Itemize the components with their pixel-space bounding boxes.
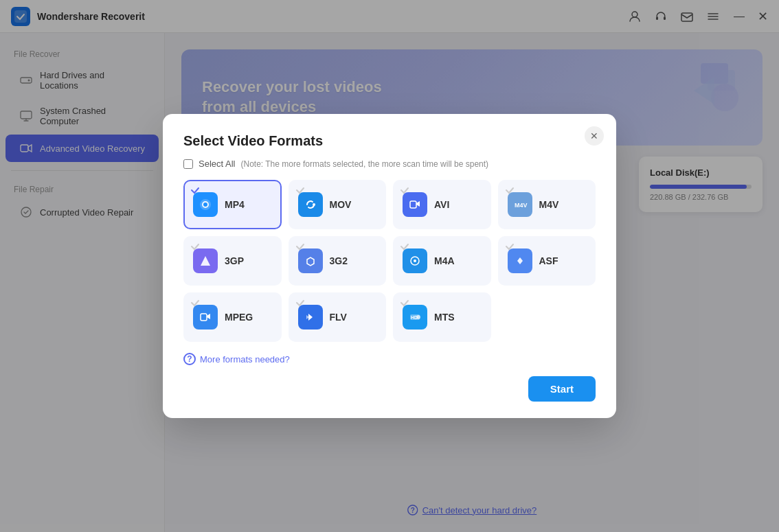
modal-title: Select Video Formats bbox=[183, 133, 596, 149]
flv-icon bbox=[298, 305, 323, 329]
svg-point-29 bbox=[416, 315, 420, 319]
mpeg-check-icon bbox=[190, 298, 200, 308]
select-all-checkbox[interactable] bbox=[183, 159, 193, 169]
3g2-check-icon bbox=[295, 242, 305, 251]
format-card-asf[interactable]: ASF bbox=[498, 236, 596, 286]
format-label-m4v: M4V bbox=[539, 199, 559, 210]
format-label-mov: MOV bbox=[330, 199, 352, 210]
format-label-flv: FLV bbox=[330, 312, 347, 323]
m4a-icon bbox=[403, 248, 427, 273]
format-card-m4a[interactable]: M4A bbox=[393, 236, 491, 286]
select-all-note: (Note: The more formats selected, the mo… bbox=[240, 159, 488, 169]
format-label-mp4: MP4 bbox=[225, 199, 245, 210]
select-all-row: Select All (Note: The more formats selec… bbox=[183, 159, 596, 169]
mov-icon bbox=[298, 192, 323, 217]
mpeg-icon bbox=[193, 305, 218, 329]
format-card-empty bbox=[498, 292, 596, 342]
format-card-mts[interactable]: HD MTS bbox=[393, 292, 491, 342]
mts-icon: HD bbox=[403, 305, 427, 329]
more-formats-link[interactable]: ? More formats needed? bbox=[183, 353, 596, 365]
modal-overlay: Select Video Formats ✕ Select All (Note:… bbox=[0, 0, 779, 532]
format-label-m4a: M4A bbox=[434, 255, 455, 266]
modal-close-button[interactable]: ✕ bbox=[585, 126, 604, 146]
mp4-icon bbox=[193, 192, 218, 217]
svg-rect-26 bbox=[201, 314, 207, 321]
format-card-avi[interactable]: AVI bbox=[393, 180, 491, 229]
format-card-mp4[interactable]: MP4 bbox=[183, 180, 282, 229]
m4v-check-icon bbox=[505, 185, 515, 195]
m4a-check-icon bbox=[400, 242, 409, 251]
svg-point-21 bbox=[313, 203, 315, 206]
format-grid: MP4 MOV AVI bbox=[183, 180, 596, 342]
asf-icon bbox=[508, 248, 532, 273]
svg-point-20 bbox=[203, 203, 207, 207]
select-video-formats-modal: Select Video Formats ✕ Select All (Note:… bbox=[163, 114, 616, 418]
format-label-avi: AVI bbox=[434, 199, 449, 210]
mp4-check-icon bbox=[190, 185, 200, 195]
start-button[interactable]: Start bbox=[528, 376, 596, 402]
flv-check-icon bbox=[295, 298, 305, 308]
avi-icon bbox=[403, 192, 427, 217]
more-formats-icon: ? bbox=[183, 353, 196, 365]
3g2-icon bbox=[298, 248, 323, 273]
format-card-m4v[interactable]: M4V M4V bbox=[498, 180, 596, 229]
select-all-label[interactable]: Select All bbox=[199, 159, 235, 169]
mov-check-icon bbox=[295, 185, 305, 195]
3gp-check-icon bbox=[190, 242, 200, 251]
svg-point-25 bbox=[414, 259, 416, 262]
3gp-icon bbox=[193, 248, 218, 273]
m4v-icon: M4V bbox=[508, 192, 532, 217]
format-card-mov[interactable]: MOV bbox=[289, 180, 387, 229]
format-card-mpeg[interactable]: MPEG bbox=[183, 292, 282, 342]
asf-check-icon bbox=[505, 242, 515, 251]
avi-check-icon bbox=[400, 185, 409, 195]
format-label-asf: ASF bbox=[539, 255, 558, 266]
svg-rect-22 bbox=[410, 201, 416, 208]
format-card-3gp[interactable]: 3GP bbox=[183, 236, 282, 286]
format-label-3g2: 3G2 bbox=[330, 255, 348, 266]
format-card-3g2[interactable]: 3G2 bbox=[289, 236, 387, 286]
more-formats-label: More formats needed? bbox=[200, 354, 290, 365]
mts-check-icon bbox=[400, 298, 409, 308]
format-label-mts: MTS bbox=[434, 312, 455, 323]
format-label-3gp: 3GP bbox=[225, 255, 244, 266]
format-label-mpeg: MPEG bbox=[225, 312, 253, 323]
format-card-flv[interactable]: FLV bbox=[289, 292, 387, 342]
svg-text:M4V: M4V bbox=[515, 202, 528, 209]
modal-footer: Start bbox=[183, 376, 596, 402]
